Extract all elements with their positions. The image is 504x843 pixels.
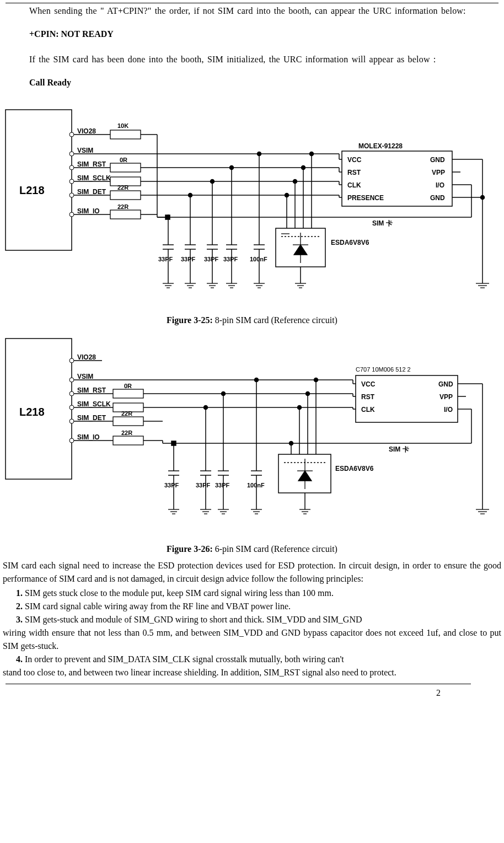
svg-text:C707 10M006 512 2: C707 10M006 512 2 <box>356 366 411 373</box>
svg-point-133 <box>69 405 74 410</box>
svg-text:ESDA6V8V6: ESDA6V8V6 <box>335 465 374 472</box>
figure-3-25-diagram: L218 VIO28 VSIM SIM_RST SIM_SCLK SIM_DET… <box>3 101 501 309</box>
svg-text:10K: 10K <box>117 122 128 129</box>
svg-text:VCC: VCC <box>347 156 362 164</box>
svg-text:VIO28: VIO28 <box>77 127 96 135</box>
svg-text:SIM_DET: SIM_DET <box>77 188 106 196</box>
page-number: 2 <box>3 686 501 700</box>
svg-text:22R: 22R <box>117 203 128 210</box>
svg-text:VCC: VCC <box>361 380 376 388</box>
svg-point-123 <box>481 196 485 200</box>
svg-rect-23 <box>110 210 141 219</box>
svg-point-131 <box>69 378 74 382</box>
chip-label: L218 <box>19 184 45 196</box>
svg-text:ESDA6V8V6: ESDA6V8V6 <box>331 239 369 246</box>
principle-3-line1: 3. SIM gets-stuck and module of SIM_GND … <box>16 613 501 626</box>
svg-point-130 <box>69 358 74 363</box>
svg-text:33PF: 33PF <box>181 256 196 262</box>
svg-point-4 <box>69 179 74 184</box>
svg-text:0R: 0R <box>124 383 132 389</box>
svg-point-44 <box>258 152 261 156</box>
svg-point-1 <box>69 132 74 137</box>
svg-text:GND: GND <box>430 194 445 202</box>
principle-4-line1: 4. In order to prevent and SIM_DATA SIM_… <box>16 653 501 666</box>
svg-text:22R: 22R <box>121 429 132 436</box>
svg-text:SIM_RST: SIM_RST <box>77 386 106 394</box>
principle-4-line2: stand too close to, and between two line… <box>3 666 501 679</box>
svg-text:33PF: 33PF <box>223 256 238 262</box>
svg-point-38 <box>189 194 192 197</box>
svg-text:CLK: CLK <box>347 181 361 189</box>
svg-text:RST: RST <box>347 169 361 176</box>
svg-point-173 <box>289 442 293 445</box>
svg-text:VPP: VPP <box>432 169 445 176</box>
chip-label: L218 <box>19 406 45 418</box>
svg-text:VIO28: VIO28 <box>77 353 96 361</box>
svg-text:0R: 0R <box>120 157 127 163</box>
svg-point-168 <box>255 378 259 382</box>
principle-2: 2. SIM card signal cable wiring away fro… <box>16 600 501 613</box>
svg-text:33PF: 33PF <box>158 256 173 262</box>
bottom-rule <box>6 684 471 684</box>
svg-point-134 <box>69 419 74 423</box>
svg-text:SIM_SCLK: SIM_SCLK <box>77 400 111 408</box>
svg-point-40 <box>211 180 215 184</box>
para-3: If the SIM card has been done into the b… <box>3 53 501 66</box>
svg-rect-150 <box>113 417 143 426</box>
svg-text:PRESENCE: PRESENCE <box>347 194 384 202</box>
urc-call-ready: Call Ready <box>29 76 501 89</box>
svg-point-132 <box>69 391 74 396</box>
para-1: When sending the " AT+CPIN?" the order, … <box>3 4 501 18</box>
svg-text:100nF: 100nF <box>247 482 265 488</box>
figure-3-25-caption: Figure 3-25: 8-pin SIM card (Reference c… <box>3 314 501 327</box>
svg-text:GND: GND <box>430 156 445 164</box>
svg-point-42 <box>230 166 234 170</box>
svg-point-166 <box>222 392 226 396</box>
svg-text:SIM_IO: SIM_IO <box>77 207 100 215</box>
svg-text:33PF: 33PF <box>164 482 179 488</box>
urc-not-ready: +CPIN: NOT READY <box>29 28 501 41</box>
principle-1: 1. SIM gets stuck close to the module pu… <box>16 587 501 600</box>
svg-rect-151 <box>113 436 143 445</box>
svg-text:SIM_RST: SIM_RST <box>77 160 106 168</box>
svg-rect-19 <box>110 130 141 139</box>
svg-text:22R: 22R <box>121 410 132 417</box>
svg-text:100nF: 100nF <box>250 256 267 262</box>
principle-3-line2: wiring width ensure that not less than 0… <box>3 626 501 653</box>
svg-text:SIM_IO: SIM_IO <box>77 433 100 441</box>
svg-text:RST: RST <box>361 393 375 401</box>
svg-text:MOLEX-91228: MOLEX-91228 <box>358 142 403 150</box>
svg-text:SIM_DET: SIM_DET <box>77 414 106 422</box>
svg-point-5 <box>69 193 74 197</box>
svg-point-135 <box>69 438 74 443</box>
svg-rect-20 <box>110 163 141 172</box>
svg-text:SIM 卡: SIM 卡 <box>389 445 409 453</box>
svg-text:33PF: 33PF <box>215 482 230 488</box>
svg-text:22R: 22R <box>117 184 128 191</box>
svg-text:SIM_SCLK: SIM_SCLK <box>77 174 111 182</box>
svg-text:GND: GND <box>438 380 453 388</box>
top-rule <box>6 3 498 3</box>
svg-point-6 <box>69 212 74 217</box>
svg-rect-22 <box>110 191 141 200</box>
svg-text:I/O: I/O <box>444 406 453 414</box>
svg-point-164 <box>204 406 208 410</box>
svg-text:33PF: 33PF <box>204 256 219 262</box>
svg-text:SIM 卡: SIM 卡 <box>372 219 393 227</box>
figure-3-26-diagram: L218 VIO28 VSIM SIM_RST SIM_SCLK SIM_DET… <box>3 330 501 538</box>
svg-rect-0 <box>6 110 72 250</box>
svg-text:CLK: CLK <box>361 406 375 414</box>
esd-intro: SIM card each signal need to increase th… <box>3 559 501 586</box>
svg-text:VPP: VPP <box>439 393 453 401</box>
svg-text:I/O: I/O <box>436 181 444 189</box>
svg-point-2 <box>69 152 74 156</box>
svg-text:VSIM: VSIM <box>77 373 93 380</box>
svg-rect-162 <box>171 441 176 445</box>
svg-text:VSIM: VSIM <box>77 147 93 154</box>
svg-rect-148 <box>113 389 143 398</box>
figure-3-26-caption: Figure 3-26: 6-pin SIM card (Reference c… <box>3 543 501 556</box>
svg-point-3 <box>69 165 74 170</box>
svg-text:33PF: 33PF <box>196 482 211 488</box>
